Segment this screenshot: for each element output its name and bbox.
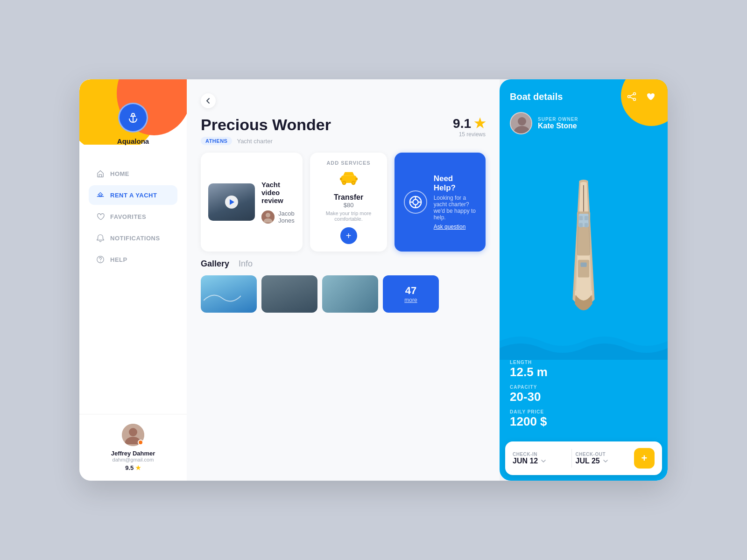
- share-button[interactable]: [625, 90, 639, 104]
- sidebar-item-favorites[interactable]: FAVORITES: [89, 207, 177, 226]
- cards-row: Yacht video review Jacob Jones: [201, 153, 486, 252]
- video-title: Yacht video review: [261, 181, 295, 204]
- reviewer-name: Jacob Jones: [278, 210, 295, 224]
- reviews-count: 15 reviews: [453, 131, 486, 138]
- user-rating: 9.5 ★: [89, 464, 177, 471]
- transfer-description: Make your trip more comfortable.: [319, 210, 377, 222]
- svg-rect-32: [585, 216, 588, 220]
- booking-divider: [571, 449, 572, 468]
- tab-info[interactable]: Info: [239, 259, 253, 269]
- services-card: ADD SERVICES Transfer $80 Make y: [310, 153, 387, 252]
- boat-details-title: Boat details: [510, 91, 563, 102]
- checkin-chevron-icon: [541, 458, 546, 464]
- yacht-title: Precious Wonder: [201, 116, 331, 134]
- anchor-icon: [126, 110, 141, 125]
- svg-rect-15: [355, 178, 357, 181]
- svg-rect-14: [340, 178, 342, 181]
- svg-point-6: [129, 428, 137, 436]
- heart-icon: [96, 212, 105, 221]
- rating-area: 9.1 ★ 15 reviews: [453, 116, 486, 138]
- gallery-more-label: more: [404, 297, 417, 303]
- yacht-header: Precious Wonder ATHENS Yacht charter 9.1…: [201, 116, 486, 145]
- svg-point-13: [352, 182, 354, 184]
- ask-question-link[interactable]: Ask question: [434, 224, 476, 230]
- help-text: Need Help? Looking for a yacht charter? …: [434, 174, 476, 230]
- help-title: Need Help?: [434, 174, 476, 193]
- boat-details-panel: Boat details: [500, 79, 668, 481]
- gallery-more-button[interactable]: 47 more: [383, 275, 439, 313]
- gallery-image-3[interactable]: [322, 275, 378, 313]
- video-card: Yacht video review Jacob Jones: [201, 153, 303, 252]
- tab-gallery[interactable]: Gallery: [201, 259, 229, 269]
- transfer-price: $80: [344, 202, 354, 209]
- svg-point-23: [628, 96, 630, 98]
- sidebar-item-rent[interactable]: RENT A YACHT: [89, 185, 177, 205]
- video-thumbnail[interactable]: [208, 183, 255, 221]
- svg-point-24: [634, 98, 636, 101]
- svg-point-22: [634, 93, 636, 95]
- gallery-image-2[interactable]: [261, 275, 317, 313]
- svg-point-28: [518, 117, 526, 126]
- sidebar-item-home[interactable]: HOME: [89, 164, 177, 183]
- type-tag: Yacht charter: [237, 138, 272, 145]
- svg-point-12: [343, 182, 345, 184]
- svg-rect-33: [579, 223, 583, 227]
- sidebar: Aqualona HOME RENT A YACHT: [79, 79, 187, 481]
- gallery-image-1[interactable]: [201, 275, 257, 313]
- user-status-dot: [138, 440, 143, 445]
- sidebar-user: Jeffrey Dahmer dahm@gmail.com 9.5 ★: [79, 414, 187, 481]
- boat-image-area: [500, 142, 668, 360]
- user-email: dahm@gmail.com: [89, 457, 177, 462]
- checkin-value[interactable]: JUN 12: [513, 457, 568, 465]
- svg-point-8: [266, 213, 270, 217]
- main-content: Precious Wonder ATHENS Yacht charter 9.1…: [187, 79, 500, 481]
- svg-point-4: [100, 261, 100, 262]
- svg-point-17: [413, 199, 418, 204]
- add-services-label: ADD SERVICES: [326, 160, 370, 166]
- location-tag: ATHENS: [201, 137, 232, 145]
- yacht-info: Precious Wonder ATHENS Yacht charter: [201, 116, 331, 145]
- gallery-more-count: 47: [405, 285, 416, 297]
- checkin-field: CHECK-IN JUN 12: [513, 452, 568, 465]
- app-container: Aqualona HOME RENT A YACHT: [79, 79, 668, 481]
- logo-area: Aqualona: [117, 103, 149, 145]
- help-card: Need Help? Looking for a yacht charter? …: [395, 153, 486, 252]
- water-waves: [500, 322, 668, 360]
- gallery-tabs: Gallery Info: [201, 259, 486, 269]
- sidebar-item-help[interactable]: HELP: [89, 250, 177, 269]
- owner-name: Kate Stone: [538, 122, 578, 130]
- svg-line-25: [630, 94, 634, 96]
- rating-star: ★: [135, 464, 141, 471]
- app-name: Aqualona: [117, 137, 149, 145]
- play-button[interactable]: [225, 196, 238, 209]
- add-service-button[interactable]: +: [340, 227, 357, 244]
- owner-avatar: [510, 112, 532, 134]
- back-button[interactable]: [201, 93, 216, 108]
- rating-score: 9.1 ★: [453, 116, 486, 131]
- user-name: Jeffrey Dahmer: [89, 450, 177, 457]
- user-avatar-wrap: [122, 424, 144, 446]
- spec-daily-price: DAILY PRICE 1200 $: [510, 409, 657, 427]
- reviewer-avatar: [261, 210, 275, 224]
- bell-icon: [96, 234, 105, 242]
- sidebar-item-notifications[interactable]: NOTIFICATIONS: [89, 228, 177, 248]
- nav-menu: HOME RENT A YACHT FAVORITES: [79, 164, 187, 414]
- help-circle-icon: [96, 255, 105, 264]
- owner-info: SUPER OWNER Kate Stone: [538, 117, 578, 130]
- boat-header-actions: [625, 90, 657, 104]
- boat-details-header: Boat details: [500, 79, 668, 108]
- svg-rect-36: [580, 262, 586, 266]
- book-button[interactable]: +: [634, 448, 655, 469]
- reviewer: Jacob Jones: [261, 210, 295, 224]
- checkout-value[interactable]: JUL 25: [576, 457, 631, 465]
- car-icon: [339, 171, 358, 189]
- booking-bar: CHECK-IN JUN 12 CHECK-OUT JUL 25: [505, 441, 662, 475]
- gallery-grid: 47 more: [201, 275, 486, 313]
- checkout-field: CHECK-OUT JUL 25: [576, 452, 631, 465]
- favorite-button[interactable]: [643, 90, 657, 104]
- logo-circle: [118, 103, 148, 133]
- video-info: Yacht video review Jacob Jones: [261, 181, 295, 224]
- transfer-title: Transfer: [334, 193, 363, 202]
- yacht-image: [546, 176, 621, 326]
- home-icon: [96, 169, 105, 178]
